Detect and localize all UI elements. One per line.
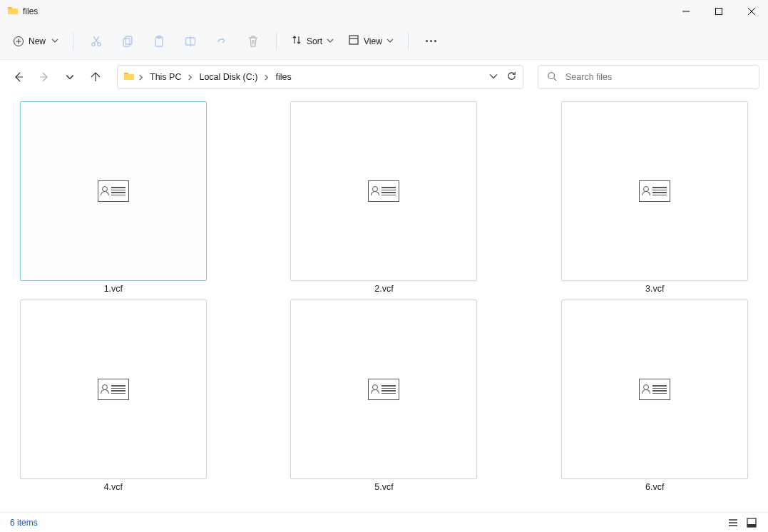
breadcrumb-item[interactable]: Local Disk (C:) [196, 72, 260, 82]
svg-rect-5 [126, 36, 132, 44]
maximize-button[interactable] [702, 0, 735, 23]
svg-rect-0 [716, 9, 722, 15]
file-thumbnail[interactable] [290, 101, 477, 281]
titlebar: files [0, 0, 768, 23]
vcard-icon [639, 379, 670, 400]
window-controls [670, 0, 768, 23]
file-name-label[interactable]: 2.vcf [374, 284, 393, 294]
svg-point-3 [98, 42, 101, 45]
vcard-icon [368, 379, 399, 400]
back-button[interactable] [9, 67, 29, 87]
breadcrumb-right [489, 71, 517, 83]
svg-point-10 [548, 72, 555, 78]
titlebar-left: files [0, 5, 38, 19]
window-title: files [23, 6, 38, 16]
chevron-down-icon [327, 36, 334, 46]
folder-icon [123, 71, 135, 84]
copy-button[interactable] [113, 29, 142, 54]
rename-button[interactable] [176, 29, 205, 54]
cut-button[interactable] [82, 29, 111, 54]
sort-label: Sort [307, 36, 322, 46]
new-button[interactable]: New [7, 33, 64, 50]
more-button[interactable] [417, 40, 445, 42]
file-name-label[interactable]: 4.vcf [104, 482, 123, 492]
file-item[interactable]: 5.vcf [281, 300, 488, 492]
vcard-icon [368, 180, 399, 202]
file-thumbnail[interactable] [561, 101, 748, 281]
view-icon [348, 34, 359, 48]
file-thumbnail[interactable] [20, 101, 207, 281]
thumbnails-view-button[interactable] [745, 516, 758, 529]
sort-icon [291, 34, 302, 48]
chevron-right-icon[interactable] [263, 74, 270, 81]
chevron-right-icon[interactable] [187, 74, 193, 81]
nav-arrows [9, 67, 106, 87]
view-label: View [364, 36, 382, 46]
svg-point-2 [92, 42, 95, 45]
svg-rect-12 [747, 524, 756, 527]
delete-button[interactable] [239, 29, 267, 54]
file-item[interactable]: 3.vcf [551, 101, 758, 294]
search-input[interactable] [564, 71, 750, 83]
file-name-label[interactable]: 6.vcf [645, 482, 664, 492]
chevron-down-icon [51, 36, 58, 46]
vcard-icon [639, 180, 670, 202]
toolbar-separator [276, 33, 277, 50]
svg-rect-9 [349, 36, 358, 44]
toolbar: New Sort View [0, 23, 768, 60]
statusbar-right [727, 516, 758, 529]
file-item[interactable]: 6.vcf [551, 300, 758, 492]
search-box[interactable] [538, 65, 759, 89]
vcard-icon [98, 180, 129, 202]
paste-button[interactable] [145, 29, 173, 54]
file-explorer-window: files New [0, 0, 768, 532]
toolbar-separator [408, 33, 409, 50]
close-button[interactable] [735, 0, 768, 23]
details-view-button[interactable] [727, 516, 739, 529]
file-thumbnail[interactable] [290, 300, 477, 479]
view-button[interactable]: View [342, 31, 399, 51]
file-thumbnail[interactable] [20, 300, 207, 479]
file-item[interactable]: 1.vcf [10, 101, 217, 294]
sort-button[interactable]: Sort [285, 31, 339, 51]
file-name-label[interactable]: 1.vcf [104, 284, 123, 294]
share-button[interactable] [208, 29, 236, 54]
chevron-right-icon[interactable] [138, 74, 144, 81]
refresh-button[interactable] [506, 71, 517, 83]
file-thumbnail[interactable] [561, 300, 748, 479]
folder-icon [7, 5, 19, 19]
vcard-icon [98, 379, 129, 400]
breadcrumb-item[interactable]: files [272, 72, 294, 82]
file-item[interactable]: 4.vcf [10, 300, 217, 492]
plus-circle-icon [13, 36, 24, 47]
file-grid: 1.vcf 2.vcf 3.vcf 4.vcf 5.vcf [10, 101, 758, 492]
status-text: 6 items [10, 518, 38, 528]
breadcrumb[interactable]: This PC Local Disk (C:) files [117, 65, 523, 89]
recent-dropdown[interactable] [60, 67, 80, 87]
chevron-down-icon [386, 36, 394, 46]
breadcrumb-item[interactable]: This PC [147, 72, 184, 82]
file-name-label[interactable]: 5.vcf [374, 482, 393, 492]
up-button[interactable] [86, 67, 106, 87]
svg-rect-4 [123, 39, 130, 46]
search-icon [547, 71, 557, 83]
minimize-button[interactable] [670, 0, 702, 23]
status-bar: 6 items [0, 512, 768, 532]
content-area[interactable]: 1.vcf 2.vcf 3.vcf 4.vcf 5.vcf [0, 94, 768, 512]
toolbar-separator [73, 33, 73, 50]
new-label: New [29, 36, 46, 46]
file-name-label[interactable]: 3.vcf [645, 284, 664, 294]
nav-row: This PC Local Disk (C:) files [0, 60, 768, 94]
file-item[interactable]: 2.vcf [281, 101, 488, 294]
forward-button[interactable] [34, 67, 54, 87]
chevron-down-icon[interactable] [489, 72, 498, 83]
